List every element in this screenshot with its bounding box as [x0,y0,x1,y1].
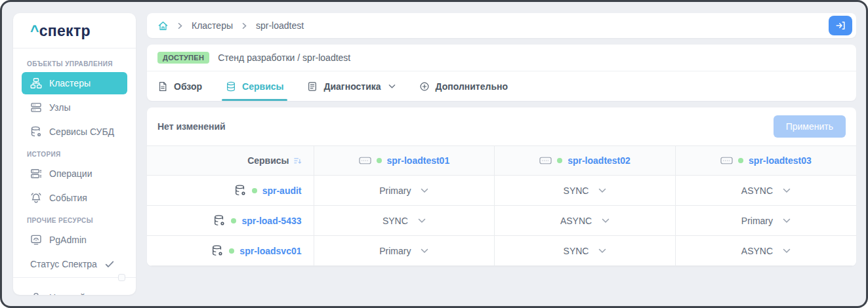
host-column-header: spr-loadtest02 [495,146,676,176]
database-gear-icon [234,184,247,197]
host-column-header: spr-loadtest03 [675,146,856,176]
services-toolbar: Нет изменений Применить [147,107,856,145]
sidebar-footer: Настройки [13,277,136,295]
service-cell: spr-load-5433 [147,206,314,236]
status-dot [229,248,234,254]
document-icon [157,81,168,92]
sidebar-item-label: Статус Спектра [30,258,97,270]
breadcrumb-current: spr-loadtest [256,20,304,31]
cluster-icon [30,77,42,89]
operations-icon [30,168,42,180]
sidebar-item-pgadmin[interactable]: PgAdmin [22,229,127,251]
user-icon [30,292,42,295]
chevron-down-icon [598,248,606,254]
logo-word: спектр [39,22,91,39]
host-link[interactable]: spr-loadtest03 [749,155,812,166]
services-column-label: Сервисы [247,155,289,166]
services-table: Сервисы [147,145,856,266]
role-cell[interactable]: ASYNC [675,176,856,206]
sidebar: ^спектр ОБЪЕКТЫ УПРАВЛЕНИЯ Кластеры Узлы [13,13,136,295]
sidebar-item-events[interactable]: События [22,187,127,209]
sidebar-item-settings[interactable]: Настройки [22,286,127,295]
tab-additional[interactable]: Дополнительно [419,71,508,101]
sidebar-item-label: PgAdmin [49,234,87,246]
login-icon [835,20,846,31]
sidebar-item-dbms-services[interactable]: Сервисы СУБД [22,121,127,143]
sidebar-item-label: Настройки [49,292,94,295]
sidebar-nav: ОБЪЕКТЫ УПРАВЛЕНИЯ Кластеры Узлы Сервисы… [13,48,136,277]
sidebar-item-clusters[interactable]: Кластеры [22,72,127,94]
section-label-other-resources: ПРОЧИЕ РЕСУРСЫ [27,217,122,224]
table-row: spr-audit Primary SYNC ASYNC [147,176,856,206]
services-column-header: Сервисы [147,146,314,176]
database-gear-icon [213,214,226,227]
section-label-history: ИСТОРИЯ [27,151,122,158]
chevron-down-icon [602,218,610,223]
role-cell[interactable]: ASYNC [495,206,676,236]
role-cell[interactable]: SYNC [495,176,676,206]
check-icon [104,259,115,269]
sidebar-item-label: Узлы [49,102,71,113]
role-cell[interactable]: Primary [675,206,856,236]
app-logo: ^спектр [13,13,136,48]
service-link[interactable]: spr-audit [262,185,302,196]
chevron-down-icon [388,84,396,89]
role-cell[interactable]: SYNC [314,206,495,236]
cluster-panel: ДОСТУПЕН Стенд разработки / spr-loadtest… [147,45,856,101]
chevron-right-icon [241,22,248,29]
tab-label: Дополнительно [436,81,508,92]
role-cell[interactable]: Primary [314,236,495,266]
role-value: Primary [741,216,773,226]
role-value: Primary [379,246,411,256]
role-value: SYNC [564,185,589,196]
app-window: ^спектр ОБЪЕКТЫ УПРАВЛЕНИЯ Кластеры Узлы [0,0,868,308]
role-value: Primary [379,185,411,196]
sort-icon[interactable] [293,157,302,165]
role-cell[interactable]: Primary [314,176,495,206]
tab-overview[interactable]: Обзор [157,71,202,101]
tab-diagnostics[interactable]: Диагностика [307,71,395,101]
status-dot [377,158,382,163]
section-label-management: ОБЪЕКТЫ УПРАВЛЕНИЯ [27,60,122,67]
sidebar-item-label: Операции [49,168,93,180]
main-content: Кластеры spr-loadtest ДОСТУПЕН Стенд раз… [147,13,856,295]
database-gear-icon [211,244,224,257]
connect-button[interactable] [829,16,852,35]
tab-label: Диагностика [323,81,381,92]
service-link[interactable]: spr-loadsvc01 [239,246,301,256]
sidebar-item-nodes[interactable]: Узлы [22,96,127,119]
service-link[interactable]: spr-load-5433 [241,216,301,226]
status-dot [252,188,257,193]
database-icon [226,81,236,92]
role-value: ASYNC [560,216,592,226]
tab-label: Сервисы [242,81,283,92]
plus-circle-icon [419,81,430,92]
chevron-right-icon [176,22,184,29]
home-icon[interactable] [157,20,169,31]
chevron-down-icon [783,218,791,223]
sidebar-collapse-handle[interactable] [118,274,125,281]
chevron-down-icon [783,248,791,254]
host-link[interactable]: spr-loadtest01 [387,155,450,166]
role-value: SYNC [382,216,408,226]
changes-status-text: Нет изменений [157,121,226,132]
sidebar-item-operations[interactable]: Операции [22,163,127,185]
role-value: ASYNC [741,246,773,256]
server-icon [720,157,733,164]
host-link[interactable]: spr-loadtest02 [568,155,630,166]
apply-button[interactable]: Применить [774,115,846,138]
chevron-down-icon [421,248,428,254]
breadcrumb: Кластеры spr-loadtest [147,13,856,38]
chevron-down-icon [421,188,428,193]
table-row: spr-loadsvc01 Primary SYNC ASYNC [147,236,856,266]
breadcrumb-clusters[interactable]: Кластеры [192,20,233,31]
table-header-row: Сервисы [147,146,856,176]
tab-services[interactable]: Сервисы [226,71,283,101]
role-cell[interactable]: SYNC [495,236,676,266]
services-panel: Нет изменений Применить Сервисы [147,107,856,266]
status-dot [738,158,743,163]
tab-label: Обзор [174,81,202,92]
sidebar-item-spektr-status[interactable]: Статус Спектра [22,253,127,275]
server-icon [359,157,371,164]
role-cell[interactable]: ASYNC [675,236,856,266]
